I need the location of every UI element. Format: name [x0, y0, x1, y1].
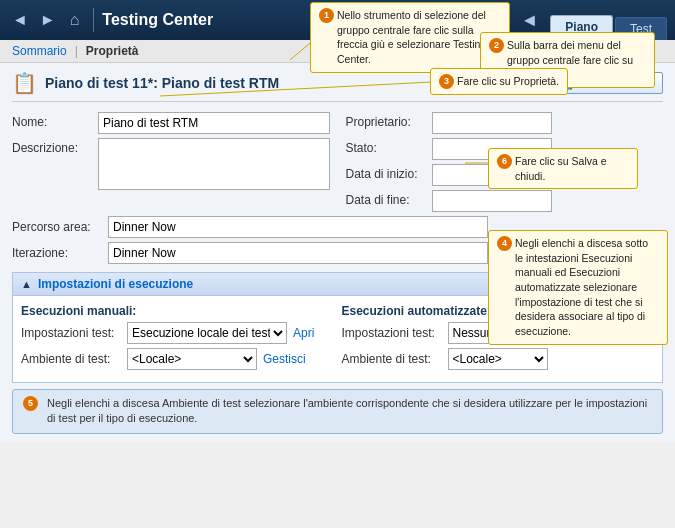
nome-row: Nome:	[12, 112, 330, 134]
callout-num-1: 1	[319, 8, 334, 23]
breadcrumb-sommario[interactable]: Sommario	[12, 44, 67, 58]
exec-manual-apri-link[interactable]: Apri	[293, 326, 314, 340]
exec-manual-impostazioni-label: Impostazioni test:	[21, 326, 121, 340]
exec-manual: Esecuzioni manuali: Impostazioni test: E…	[21, 304, 334, 374]
proprietario-input[interactable]	[432, 112, 552, 134]
callout-5-text: Negli elenchi a discesa Ambiente di test…	[47, 396, 652, 427]
exec-manual-ambiente-row: Ambiente di test: <Locale> Gestisci	[21, 348, 334, 370]
exec-auto-ambiente-row: Ambiente di test: <Locale>	[342, 348, 655, 370]
exec-manual-gestisci-link[interactable]: Gestisci	[263, 352, 306, 366]
nav-left-arrow: ◄	[520, 10, 538, 31]
page-icon: 📋	[12, 71, 37, 95]
callout-1-text: Nello strumento di selezione del gruppo …	[337, 8, 501, 67]
form-left: Nome: Descrizione:	[12, 112, 330, 212]
forward-button[interactable]: ►	[36, 9, 60, 31]
callout-6-text: Fare clic su Salva e chiudi.	[515, 154, 629, 183]
callout-6: 6 Fare clic su Salva e chiudi.	[488, 148, 638, 189]
callout-3-text: Fare clic su Proprietà.	[457, 74, 559, 89]
nome-input[interactable]	[98, 112, 330, 134]
nav-separator	[93, 8, 94, 32]
stato-label: Stato:	[346, 138, 426, 155]
callout-4-text: Negli elenchi a discesa sotto le intesta…	[515, 236, 659, 339]
exec-manual-ambiente-select[interactable]: <Locale>	[127, 348, 257, 370]
iterazione-input[interactable]	[108, 242, 488, 264]
callout-num-4: 4	[497, 236, 512, 251]
proprietario-row: Proprietario:	[346, 112, 664, 134]
exec-manual-impostazioni-select[interactable]: Esecuzione locale dei test	[127, 322, 287, 344]
callout-num-3: 3	[439, 74, 454, 89]
data-inizio-label: Data di inizio:	[346, 164, 426, 181]
callout-num-2: 2	[489, 38, 504, 53]
exec-manual-impostazioni-row: Impostazioni test: Esecuzione locale dei…	[21, 322, 334, 344]
exec-auto-impostazioni-label: Impostazioni test:	[342, 326, 442, 340]
callout-num-5: 5	[23, 396, 38, 411]
descrizione-row: Descrizione:	[12, 138, 330, 190]
descrizione-input[interactable]	[98, 138, 330, 190]
data-fine-row: Data di fine:	[346, 190, 664, 212]
descrizione-label: Descrizione:	[12, 138, 92, 155]
back-button[interactable]: ◄	[8, 9, 32, 31]
exec-auto-ambiente-select[interactable]: <Locale>	[448, 348, 548, 370]
breadcrumb-separator: |	[75, 44, 78, 58]
exec-auto-ambiente-label: Ambiente di test:	[342, 352, 442, 366]
home-icon: ⌂	[64, 11, 86, 29]
data-fine-input[interactable]	[432, 190, 552, 212]
callout-4: 4 Negli elenchi a discesa sotto le intes…	[488, 230, 668, 345]
exec-section-title: Impostazioni di esecuzione	[38, 277, 193, 291]
bottom-tooltip: 5 Negli elenchi a discesa Ambiente di te…	[12, 389, 663, 434]
proprietario-label: Proprietario:	[346, 112, 426, 129]
nome-label: Nome:	[12, 112, 92, 129]
exec-manual-header: Esecuzioni manuali:	[21, 304, 334, 318]
percorso-input[interactable]	[108, 216, 488, 238]
percorso-label: Percorso area:	[12, 220, 102, 234]
breadcrumb-current: Proprietà	[86, 44, 139, 58]
callout-3: 3 Fare clic su Proprietà.	[430, 68, 568, 95]
iterazione-label: Iterazione:	[12, 246, 102, 260]
data-fine-label: Data di fine:	[346, 190, 426, 207]
callout-num-6: 6	[497, 154, 512, 169]
exec-toggle[interactable]: ▲	[21, 278, 32, 290]
exec-manual-ambiente-label: Ambiente di test:	[21, 352, 121, 366]
